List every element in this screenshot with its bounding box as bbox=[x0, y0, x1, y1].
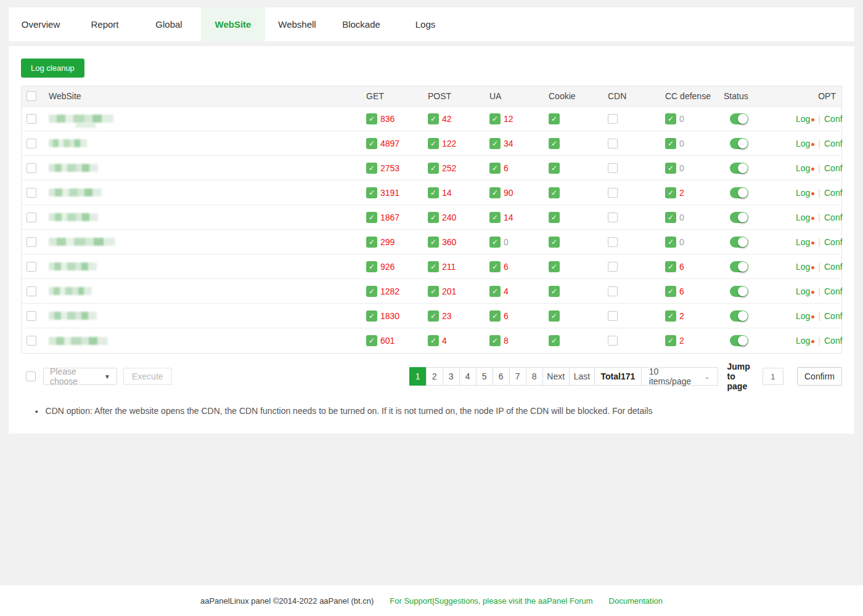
page-button-7[interactable]: 7 bbox=[509, 367, 526, 386]
ua-count[interactable]: 6 bbox=[504, 262, 509, 272]
post-count[interactable]: 360 bbox=[442, 237, 456, 247]
cdn-checkbox[interactable] bbox=[608, 237, 618, 247]
ua-check-icon[interactable] bbox=[489, 113, 501, 124]
post-count[interactable]: 42 bbox=[442, 114, 452, 124]
ua-check-icon[interactable] bbox=[489, 138, 501, 149]
get-check-icon[interactable] bbox=[366, 163, 377, 174]
jump-page-input[interactable] bbox=[763, 368, 783, 385]
post-count[interactable]: 14 bbox=[442, 188, 452, 198]
cdn-checkbox[interactable] bbox=[608, 286, 618, 296]
get-check-icon[interactable] bbox=[366, 187, 377, 198]
row-checkbox[interactable] bbox=[27, 336, 36, 346]
next-page-button[interactable]: Next bbox=[542, 367, 570, 386]
cdn-checkbox[interactable] bbox=[608, 262, 618, 272]
page-button-8[interactable]: 8 bbox=[526, 367, 543, 386]
cc-defense-count[interactable]: 0 bbox=[679, 237, 684, 247]
status-toggle[interactable] bbox=[730, 187, 748, 198]
website-name-redacted[interactable] bbox=[49, 115, 113, 123]
cc-defense-check-icon[interactable] bbox=[665, 335, 676, 346]
get-check-icon[interactable] bbox=[366, 212, 377, 223]
log-link[interactable]: Log bbox=[796, 188, 810, 198]
post-count[interactable]: 23 bbox=[442, 311, 452, 321]
ua-check-icon[interactable] bbox=[489, 310, 501, 322]
page-button-1[interactable]: 1 bbox=[409, 367, 427, 386]
status-toggle[interactable] bbox=[730, 286, 748, 297]
tab-webshell[interactable]: Webshell bbox=[265, 7, 329, 41]
website-name-redacted[interactable] bbox=[49, 139, 87, 147]
cc-defense-check-icon[interactable] bbox=[665, 187, 676, 198]
post-check-icon[interactable] bbox=[428, 163, 439, 174]
post-check-icon[interactable] bbox=[428, 261, 439, 272]
tab-blockade[interactable]: Blockade bbox=[329, 7, 393, 41]
conf-link[interactable]: Conf bbox=[824, 237, 843, 247]
post-count[interactable]: 122 bbox=[442, 139, 456, 148]
post-check-icon[interactable] bbox=[428, 286, 439, 297]
cookie-check-icon[interactable] bbox=[549, 261, 560, 272]
cookie-check-icon[interactable] bbox=[549, 310, 560, 322]
conf-link[interactable]: Conf bbox=[824, 336, 843, 346]
ua-count[interactable]: 14 bbox=[504, 213, 513, 222]
cc-defense-count[interactable]: 2 bbox=[679, 336, 684, 346]
log-link[interactable]: Log bbox=[796, 114, 810, 124]
cc-defense-count[interactable]: 0 bbox=[679, 163, 684, 173]
items-per-page-select[interactable]: 10 items/page ⌄ bbox=[641, 367, 718, 386]
bulk-action-select[interactable]: Please choose ▼ bbox=[43, 368, 117, 385]
post-count[interactable]: 240 bbox=[442, 213, 456, 222]
website-name-redacted[interactable] bbox=[49, 262, 97, 270]
post-count[interactable]: 201 bbox=[442, 286, 456, 296]
cookie-check-icon[interactable] bbox=[549, 187, 560, 198]
post-check-icon[interactable] bbox=[428, 335, 439, 346]
status-toggle[interactable] bbox=[730, 335, 748, 346]
cc-defense-check-icon[interactable] bbox=[665, 286, 676, 297]
cc-defense-count[interactable]: 0 bbox=[679, 213, 684, 222]
ua-check-icon[interactable] bbox=[489, 163, 501, 174]
get-count[interactable]: 601 bbox=[380, 336, 395, 346]
conf-link[interactable]: Conf bbox=[824, 188, 843, 198]
get-check-icon[interactable] bbox=[366, 138, 377, 149]
get-count[interactable]: 4897 bbox=[380, 139, 399, 148]
conf-link[interactable]: Conf bbox=[824, 139, 843, 148]
get-check-icon[interactable] bbox=[366, 310, 377, 322]
get-count[interactable]: 1867 bbox=[380, 213, 399, 222]
row-checkbox[interactable] bbox=[27, 311, 36, 321]
cc-defense-check-icon[interactable] bbox=[665, 237, 676, 248]
tab-report[interactable]: Report bbox=[73, 7, 137, 41]
page-button-5[interactable]: 5 bbox=[476, 367, 493, 386]
cookie-check-icon[interactable] bbox=[549, 138, 560, 149]
cookie-check-icon[interactable] bbox=[549, 212, 560, 223]
row-checkbox[interactable] bbox=[27, 114, 36, 124]
ua-count[interactable]: 8 bbox=[504, 336, 509, 346]
post-check-icon[interactable] bbox=[428, 310, 439, 322]
execute-button[interactable]: Execute bbox=[123, 368, 172, 385]
ua-count[interactable]: 6 bbox=[504, 163, 509, 173]
website-name-redacted[interactable] bbox=[49, 164, 98, 172]
get-count[interactable]: 299 bbox=[380, 237, 395, 247]
cdn-checkbox[interactable] bbox=[608, 188, 618, 198]
status-toggle[interactable] bbox=[730, 138, 748, 149]
cc-defense-count[interactable]: 2 bbox=[679, 188, 684, 198]
ua-check-icon[interactable] bbox=[489, 187, 501, 198]
cookie-check-icon[interactable] bbox=[549, 163, 560, 174]
status-toggle[interactable] bbox=[730, 212, 748, 223]
post-count[interactable]: 4 bbox=[442, 336, 447, 346]
page-button-4[interactable]: 4 bbox=[459, 367, 476, 386]
website-name-redacted[interactable] bbox=[49, 213, 98, 221]
cdn-checkbox[interactable] bbox=[608, 311, 618, 321]
get-check-icon[interactable] bbox=[366, 113, 377, 124]
get-count[interactable]: 2753 bbox=[380, 163, 399, 173]
log-cleanup-button[interactable]: Log cleanup bbox=[21, 59, 84, 78]
row-checkbox[interactable] bbox=[27, 262, 36, 272]
get-count[interactable]: 836 bbox=[380, 114, 395, 124]
tab-global[interactable]: Global bbox=[137, 7, 201, 41]
get-check-icon[interactable] bbox=[366, 335, 377, 346]
cookie-check-icon[interactable] bbox=[549, 113, 560, 124]
cookie-check-icon[interactable] bbox=[549, 335, 560, 346]
post-check-icon[interactable] bbox=[428, 237, 439, 248]
log-link[interactable]: Log bbox=[796, 311, 810, 321]
ua-count[interactable]: 0 bbox=[504, 237, 509, 247]
cc-defense-count[interactable]: 0 bbox=[679, 139, 684, 148]
ua-check-icon[interactable] bbox=[489, 286, 501, 297]
cdn-checkbox[interactable] bbox=[608, 114, 618, 124]
cc-defense-count[interactable]: 6 bbox=[679, 286, 684, 296]
documentation-link[interactable]: Documentation bbox=[609, 596, 663, 606]
